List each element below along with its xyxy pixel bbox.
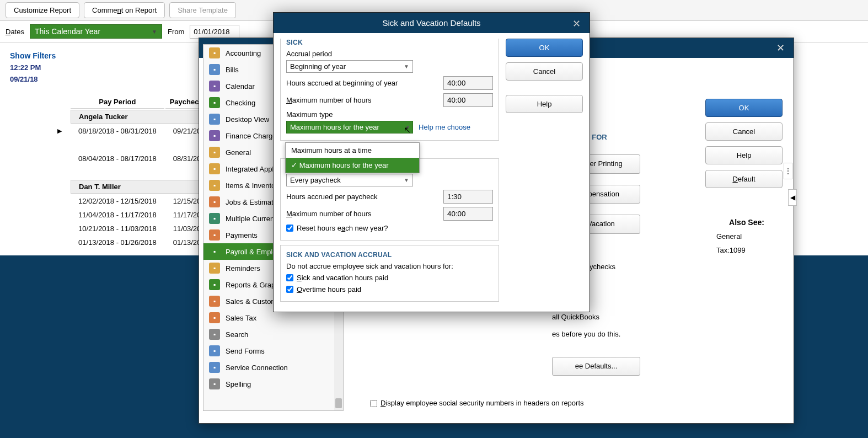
sidebar-item-service-connection[interactable]: ▪Service Connection (203, 359, 343, 376)
sick-vacation-paid-checkbox[interactable] (286, 274, 293, 281)
sidebar-item-spelling[interactable]: ▪Spelling (203, 376, 343, 392)
payroll-report-table: Pay Period Paycheck Da Angela Tucker ▶08… (49, 94, 219, 250)
multiple-currencies-icon: ▪ (209, 213, 220, 224)
reminders-icon: ▪ (209, 263, 220, 274)
prefs-help-button[interactable]: Help (705, 146, 783, 164)
col-pay-period: Pay Period (71, 95, 164, 109)
prefs-default-button[interactable]: Default (705, 170, 783, 188)
from-label: From (168, 28, 184, 36)
also-see-header: Also See: (711, 218, 783, 227)
help-me-choose-link[interactable]: Help me choose (419, 123, 470, 131)
send-forms-icon: ▪ (209, 345, 220, 356)
overtime-paid-label: Overtime hours paid (297, 285, 361, 293)
dialog-ok-button[interactable]: OK (506, 39, 583, 57)
max-type-dropdown: Maximum hours at a time Maximum hours fo… (285, 142, 420, 173)
display-ssn-checkbox[interactable] (370, 400, 377, 407)
max-hours-label: Maximum number of hours (286, 96, 438, 104)
sick-vacation-dialog: Sick and Vacation Defaults ✕ SICK Accrua… (273, 12, 590, 312)
accounting-icon: ▪ (209, 47, 220, 58)
dots-icon[interactable]: ⋮ (784, 163, 792, 179)
sales-tax-icon: ▪ (209, 312, 220, 323)
dropdown-item[interactable]: Maximum hours at a time (286, 143, 419, 158)
sidebar-item-search[interactable]: ▪Search (203, 326, 343, 343)
employee-name: Dan T. Miller (71, 180, 218, 194)
sidebar-item-label: Reminders (226, 264, 260, 273)
sidebar-item-label: Sales Tax (226, 314, 256, 322)
sidebar-item-label: Checking (226, 99, 255, 107)
payments-icon: ▪ (209, 229, 220, 241)
max-hours-input[interactable] (443, 93, 493, 107)
finance-charge-icon: ▪ (209, 130, 220, 141)
items-inventory-icon: ▪ (209, 180, 220, 191)
dialog-cancel-button[interactable]: Cancel (506, 62, 583, 81)
prefs-ok-button[interactable]: OK (705, 99, 783, 117)
sidebar-item-label: Finance Charge (226, 132, 277, 140)
integrated-applications-icon: ▪ (209, 163, 220, 174)
bills-icon: ▪ (209, 64, 220, 75)
general-icon: ▪ (209, 147, 220, 158)
sidebar-item-label: Calendar (226, 82, 255, 90)
accrual-period-label: Accrual period (286, 50, 493, 58)
max-type-label: Maximum type (286, 110, 493, 119)
sidebar-item-send-forms[interactable]: ▪Send Forms (203, 343, 343, 359)
close-icon[interactable]: ✕ (569, 17, 584, 30)
table-row: 01/13/2018 - 01/26/201801/13/2018 (50, 236, 218, 249)
sidebar-item-label: General (226, 148, 251, 157)
accrual-period-select[interactable]: Beginning of year▼ (286, 60, 413, 73)
calendar-icon: ▪ (209, 81, 220, 92)
table-row: 10/21/2018 - 11/03/201811/03/2018 (50, 222, 218, 235)
checking-icon: ▪ (209, 97, 220, 108)
from-date-input[interactable] (190, 25, 239, 39)
payroll-employees-icon: ▪ (209, 246, 220, 257)
hours-per-paycheck-input[interactable] (443, 190, 493, 204)
display-ssn-label: Display employee social security numbers… (381, 398, 584, 409)
comment-report-button[interactable]: Comment on Report (84, 2, 165, 18)
sidebar-item-label: Bills (226, 66, 239, 74)
dialog-title: Sick and Vacation Defaults ✕ (274, 13, 590, 33)
sidebar-item-label: Desktop View (226, 115, 269, 124)
also-see-link[interactable]: Tax:1099 (711, 246, 783, 254)
overtime-paid-checkbox[interactable] (286, 286, 293, 293)
collapse-arrow-icon[interactable]: ◀ (788, 189, 797, 206)
table-row: 12/02/2018 - 12/15/201812/15/2018 (50, 195, 218, 207)
reset-hours-checkbox[interactable] (286, 225, 293, 232)
sidebar-item-label: Service Connection (226, 364, 288, 372)
customize-report-button[interactable]: Customize Report (6, 2, 79, 18)
sales-customers-icon: ▪ (209, 296, 220, 307)
desktop-view-icon: ▪ (209, 114, 220, 125)
dialog-help-button[interactable]: Help (506, 95, 583, 113)
table-row: 11/04/2018 - 11/17/201811/17/2018 (50, 209, 218, 221)
vac-accrual-period-select[interactable]: Every paycheck▼ (286, 174, 413, 186)
pref-text: es before you do this. (552, 329, 640, 340)
settings-for-header: S FOR (585, 132, 640, 143)
vac-max-hours-input[interactable] (443, 207, 493, 221)
reset-hours-label: Reset hours each new year? (297, 224, 388, 232)
prefs-cancel-button[interactable]: Cancel (705, 122, 783, 141)
hours-per-paycheck-label: Hours accrued per paycheck (286, 193, 438, 201)
jobs-estimates-icon: ▪ (209, 196, 220, 207)
sidebar-item-label: Accounting (226, 49, 261, 57)
max-type-select[interactable]: Maximum hours for the year▾ (286, 121, 413, 133)
table-row: 08/04/2018 - 08/17/201808/31/2018 (50, 152, 218, 165)
dropdown-item-selected[interactable]: Maximum hours for the year (286, 158, 419, 173)
close-icon[interactable]: ✕ (773, 41, 788, 55)
service-connection-icon: ▪ (209, 362, 220, 373)
also-see-link[interactable]: General (711, 232, 783, 241)
sidebar-item-label: Payments (226, 231, 258, 239)
sick-vacation-paid-label: Sick and vacation hours paid (297, 274, 388, 282)
employee-defaults-button[interactable]: ee Defaults... (552, 357, 640, 376)
table-row: ▶08/18/2018 - 08/31/201809/21/2018 (50, 125, 218, 137)
vac-max-hours-label: Maximum number of hours (286, 210, 438, 218)
pref-text: all QuickBooks (552, 312, 640, 323)
sidebar-item-label: Send Forms (226, 347, 265, 355)
sick-section-header: SICK (286, 39, 493, 46)
employee-name: Angela Tucker (71, 110, 218, 124)
reports-graphs-icon: ▪ (209, 279, 220, 290)
sidebar-item-label: Search (226, 330, 248, 339)
date-range-select[interactable]: This Calendar Year▼ (30, 24, 162, 39)
hours-accrued-input[interactable] (443, 76, 493, 90)
search-icon: ▪ (209, 329, 220, 340)
share-template-button[interactable]: Share Template (169, 2, 236, 18)
cursor-icon: ↖ (404, 125, 411, 135)
accrual-desc: Do not accrue employee sick and vacation… (286, 262, 493, 270)
